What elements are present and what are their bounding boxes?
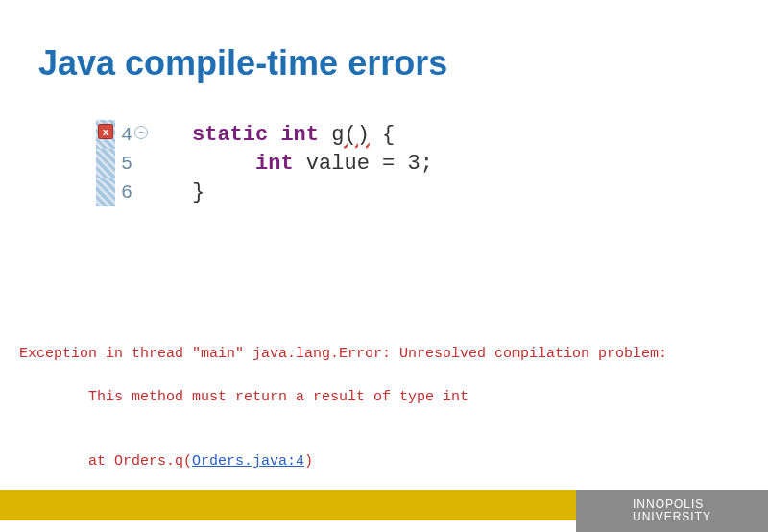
- error-line: This method must return a result of type…: [19, 387, 667, 409]
- gutter-row: 6: [96, 178, 154, 206]
- code-text: value = 3;: [294, 152, 433, 176]
- code-line: int value = 3;: [192, 149, 433, 178]
- keyword: int: [255, 152, 294, 176]
- page-title: Java compile-time errors: [38, 43, 447, 84]
- line-number: 5: [121, 153, 132, 175]
- editor-gutter: x 4 – 5 6: [96, 120, 154, 206]
- code-line: }: [192, 178, 433, 206]
- keyword: int: [280, 123, 319, 147]
- line-number: 4: [121, 124, 132, 146]
- code-lines: static int g() { int value = 3; }: [154, 120, 433, 206]
- fold-icon: –: [134, 126, 148, 139]
- slide-footer: INNOPOLIS UNIVERSITY: [0, 490, 768, 532]
- gutter-vcs-strip: [96, 178, 115, 206]
- footer-brand-box: INNOPOLIS UNIVERSITY: [576, 490, 768, 532]
- error-icon: x: [98, 124, 113, 139]
- stack-link[interactable]: Orders.java:4: [192, 453, 304, 470]
- stack-line: at Orders.q(Orders.java:4): [19, 451, 667, 473]
- identifier-with-error: g(): [331, 123, 370, 147]
- gutter-row: x 4 –: [96, 120, 154, 149]
- gutter-row: 5: [96, 149, 154, 178]
- code-text: {: [370, 123, 395, 147]
- code-text: }: [192, 181, 204, 205]
- code-snippet: x 4 – 5 6 static int g() { int value = 3…: [96, 120, 433, 206]
- brand-logo-text: INNOPOLIS UNIVERSITY: [633, 498, 711, 522]
- code-line: static int g() {: [192, 120, 433, 149]
- line-number: 6: [121, 181, 132, 204]
- gutter-vcs-strip: [96, 149, 115, 178]
- error-line: Exception in thread "main" java.lang.Err…: [19, 344, 667, 366]
- keyword: static: [192, 123, 268, 147]
